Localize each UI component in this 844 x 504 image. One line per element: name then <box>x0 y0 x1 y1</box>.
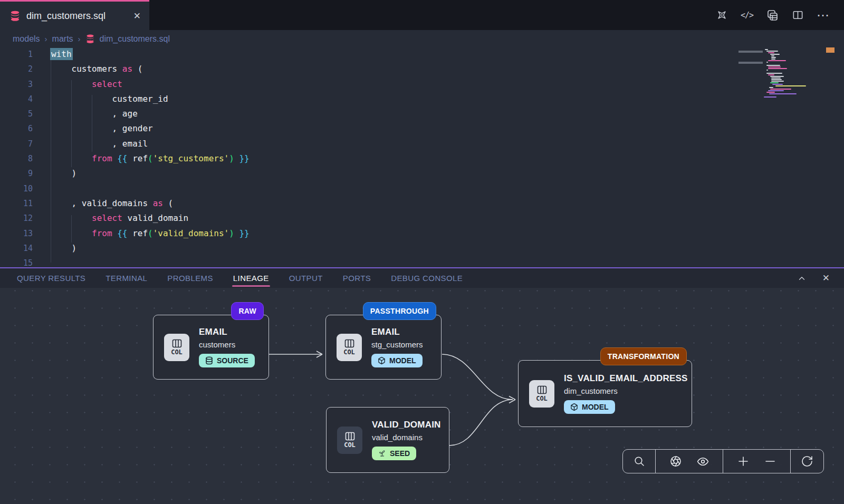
code-preview-icon[interactable]: </> <box>741 9 753 22</box>
panel-close-icon[interactable]: ✕ <box>821 273 831 284</box>
breadcrumb-models[interactable]: models <box>13 34 40 44</box>
tab-problems[interactable]: PROBLEMS <box>167 268 213 288</box>
node-info: VALID_DOMAIN valid_domains SEED <box>372 420 441 460</box>
lineage-node-valid-domains[interactable]: COL VALID_DOMAIN valid_domains SEED <box>326 407 449 473</box>
query-results-icon[interactable] <box>766 9 779 22</box>
minimap-mark <box>738 51 763 53</box>
tab-debug-console[interactable]: DEBUG CONSOLE <box>391 268 463 288</box>
search-icon[interactable] <box>632 454 646 468</box>
tab-title: dim_customers.sql <box>26 11 106 22</box>
zoom-out-icon[interactable] <box>763 454 777 468</box>
lineage-node-dim-customers[interactable]: TRANSFORMATION COL IS_VALID_EMAIL_ADDRES… <box>518 360 692 427</box>
database-icon <box>9 10 21 22</box>
node-info: EMAIL customers SOURCE <box>199 327 255 367</box>
panel-actions: ✕ <box>797 273 844 284</box>
model-name: dim_customers <box>564 386 688 395</box>
lineage-node-customers[interactable]: RAW COL EMAIL customers SOURCE <box>153 315 269 380</box>
seed-badge: SEED <box>372 447 416 460</box>
model-name: stg_customers <box>371 340 423 349</box>
four-point-star-icon[interactable] <box>715 9 728 22</box>
col-label: COL <box>171 348 183 356</box>
col-label: COL <box>536 395 548 402</box>
aperture-icon[interactable] <box>669 454 683 468</box>
tab-output[interactable]: OUTPUT <box>289 268 323 288</box>
node-info: IS_VALID_EMAIL_ADDRESS dim_customers MOD… <box>564 373 688 414</box>
source-badge: SOURCE <box>199 354 255 367</box>
model-name: customers <box>199 340 255 349</box>
refresh-icon[interactable] <box>800 454 814 468</box>
breadcrumb: models › marts › dim_customers.sql <box>0 30 844 47</box>
column-name: EMAIL <box>371 327 423 337</box>
lineage-node-stg-customers[interactable]: PASSTHROUGH COL EMAIL stg_customers MODE… <box>325 315 442 380</box>
tab-ports[interactable]: PORTS <box>343 268 371 288</box>
breadcrumb-file[interactable]: dim_customers.sql <box>100 34 170 44</box>
column-name: EMAIL <box>199 327 255 337</box>
col-label: COL <box>344 441 356 449</box>
chevron-up-icon[interactable] <box>797 273 807 284</box>
database-icon <box>85 34 95 44</box>
column-name: IS_VALID_EMAIL_ADDRESS <box>564 373 688 384</box>
code-lines: with customers as ( select customer_id ,… <box>51 47 250 267</box>
minimap-mark <box>738 62 763 64</box>
zoom-in-icon[interactable] <box>736 454 750 468</box>
breadcrumb-separator: › <box>45 34 47 43</box>
column-chip: COL <box>337 334 362 361</box>
split-editor-icon[interactable] <box>791 9 804 22</box>
model-badge: MODEL <box>371 354 423 367</box>
column-chip: COL <box>529 380 554 408</box>
raw-badge: RAW <box>231 302 264 320</box>
editor-tab-bar: dim_customers.sql ✕ </> <box>0 0 844 30</box>
more-actions-icon[interactable]: ⋯ <box>817 9 829 22</box>
passthrough-badge: PASSTHROUGH <box>363 302 436 320</box>
column-chip: COL <box>164 334 189 361</box>
code-editor[interactable]: 123456789101112131415 with customers as … <box>0 47 844 267</box>
breadcrumb-separator: › <box>78 34 81 43</box>
column-chip: COL <box>337 427 362 454</box>
ide-window: dim_customers.sql ✕ </> <box>0 0 844 504</box>
model-name: valid_domains <box>372 433 441 442</box>
overview-ruler-marker <box>826 47 835 53</box>
tab-close-icon[interactable]: ✕ <box>133 11 141 22</box>
tab-query-results[interactable]: QUERY RESULTS <box>17 268 85 288</box>
line-number-gutter: 123456789101112131415 <box>0 47 33 267</box>
tab-dim-customers-sql[interactable]: dim_customers.sql ✕ <box>0 0 149 30</box>
eye-icon[interactable] <box>696 454 709 468</box>
titlebar-actions: </> ⋯ <box>715 0 844 30</box>
breadcrumb-marts[interactable]: marts <box>52 34 73 44</box>
col-label: COL <box>343 348 355 356</box>
minimap[interactable] <box>764 49 824 98</box>
node-info: EMAIL stg_customers MODEL <box>371 327 423 367</box>
tab-lineage[interactable]: LINEAGE <box>233 268 269 288</box>
transformation-badge: TRANSFORMATION <box>600 347 687 365</box>
column-name: VALID_DOMAIN <box>372 420 441 430</box>
tab-terminal[interactable]: TERMINAL <box>106 268 147 288</box>
model-badge: MODEL <box>564 400 615 414</box>
lineage-toolbar <box>622 449 824 473</box>
lineage-canvas[interactable]: RAW COL EMAIL customers SOURCE PASSTHROU… <box>0 288 844 504</box>
panel-tab-bar: QUERY RESULTS TERMINAL PROBLEMS LINEAGE … <box>0 268 844 288</box>
